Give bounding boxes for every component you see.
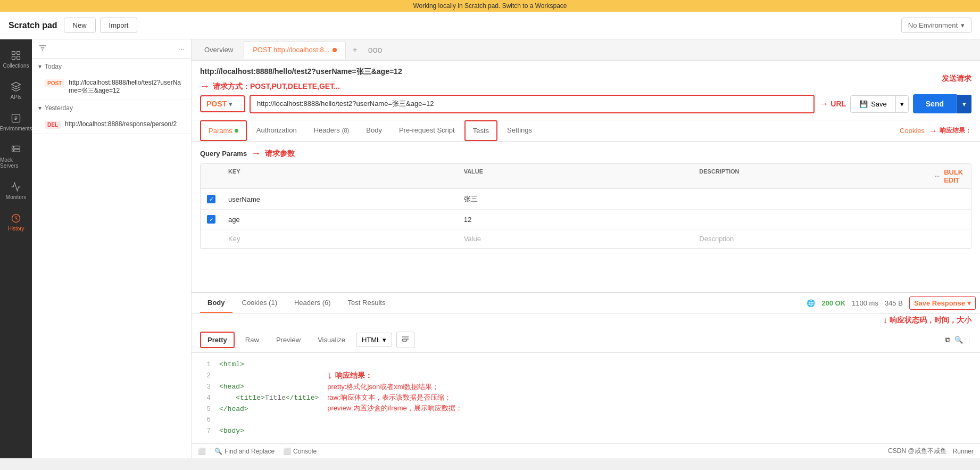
bootcamp-icon: ⬜ [198,448,206,455]
save-response-button[interactable]: Save Response ▾ [909,296,976,310]
tab-active-request[interactable]: POST http://localhost:8... [244,41,346,59]
save-chevron-button[interactable]: ▾ [895,96,908,112]
bulk-edit-button[interactable]: Bulk Edit [944,168,965,184]
chevron-down-icon: ▾ [961,21,965,29]
code-line-1: 1 <html> [200,359,319,370]
params-annotation: 请求参数 [265,149,295,159]
history-item[interactable]: POST http://localhost:8888/hello/test2?u… [32,75,191,100]
search-icon: 🔍 [214,448,222,455]
scroll-bar-vertical: │ [967,336,971,344]
req-tab-authorization[interactable]: Authorization [249,121,304,141]
import-button[interactable]: Import [100,18,138,33]
send-chevron-button[interactable]: ▾ [957,95,971,113]
req-tab-body[interactable]: Body [359,121,389,141]
runner-label[interactable]: Runner [953,448,974,455]
svg-rect-3 [17,56,20,60]
resp-tab-raw[interactable]: Raw [239,333,265,347]
history-item-url: http://localhost:8888/response/person/2 [65,120,177,128]
params-table: KEY VALUE DESCRIPTION ··· Bulk Edit [200,163,971,249]
history-item[interactable]: DEL http://localhost:8888/response/perso… [32,116,191,134]
response-tab-headers[interactable]: Headers (6) [287,293,338,313]
sidebar-item-mock-servers[interactable]: Mock Servers [0,139,32,174]
history-group-yesterday[interactable]: ▾ Yesterday [32,100,191,116]
req-tab-cookies[interactable]: Cookies [900,127,925,135]
resp-tab-preview[interactable]: Preview [270,333,307,347]
history-group-today[interactable]: ▾ Today [32,59,191,75]
history-label: History [7,226,24,232]
csdn-credit: CSDN @咸鱼不咸鱼 [888,447,946,456]
collections-icon [11,50,21,61]
bottom-bar-bootcamp[interactable]: ⬜ [198,448,206,455]
copy-icon[interactable]: ⧉ [945,336,950,344]
req-tab-prerequest[interactable]: Pre-request Script [392,121,462,141]
sidebar-item-collections[interactable]: Collections [0,45,32,74]
req-tab-settings[interactable]: Settings [500,121,539,141]
code-line-2: 2 [200,370,319,382]
status-annotation-area: ↓ 响应状态码，时间，大小 [192,314,980,327]
response-tab-test-results[interactable]: Test Results [340,293,393,313]
param-desc-username[interactable] [693,194,928,204]
monitors-icon [11,182,21,192]
response-tab-body[interactable]: Body [200,293,232,313]
search-icon[interactable]: 🔍 [954,336,963,344]
sidebar-item-history[interactable]: History [0,208,32,237]
req-tab-tests[interactable]: Tests [464,120,497,141]
resp-tab-pretty[interactable]: Pretty [200,332,235,348]
request-tabs: Params Authorization Headers (8) Body P [192,120,980,142]
history-more-icon[interactable]: ··· [179,45,185,53]
param-value-age[interactable]: 12 [458,210,693,229]
response-tab-cookies[interactable]: Cookies (1) [235,293,285,313]
response-area: Body Cookies (1) Headers (6) Test Result… [192,292,980,443]
params-row-username: ✓ userName 张三 [201,189,971,210]
req-tab-headers[interactable]: Headers (8) [306,121,357,141]
svg-rect-0 [12,52,15,55]
params-active-dot [235,129,238,133]
save-button[interactable]: 💾 Save [851,96,895,112]
word-wrap-icon[interactable] [396,332,414,348]
param-desc-empty[interactable]: Description [693,229,928,248]
param-value-username[interactable]: 张三 [458,189,693,209]
param-value-empty[interactable]: Value [458,229,693,248]
code-line-5: 5 </head> [200,404,319,415]
chevron-down-icon: ▾ [38,104,41,112]
param-key-empty[interactable]: Key [222,229,458,248]
annotation-raw: raw:响应体文本，表示该数据是否压缩； [327,393,971,402]
annotation-preview: preview:内置沙盒的iframe，展示响应数据； [327,403,971,413]
svg-point-7 [13,147,14,148]
status-annotation: 响应状态码，时间，大小 [890,316,971,325]
col-header-checkbox [201,164,222,188]
collections-label: Collections [3,63,29,69]
language-selector[interactable]: HTML ▾ [356,333,392,347]
send-button[interactable]: Send [913,94,957,113]
environment-selector[interactable]: No Environment ▾ [901,18,971,33]
param-desc-age[interactable] [693,214,928,225]
tab-more-button[interactable]: ooo [364,43,387,57]
status-code: 200 OK [821,299,845,307]
resp-tab-visualize[interactable]: Visualize [311,333,352,347]
sidebar-item-monitors[interactable]: Monitors [0,176,32,205]
new-button[interactable]: New [64,18,96,33]
method-value: POST [206,100,227,108]
sidebar-item-environments[interactable]: Environments [0,108,32,137]
params-more-icon[interactable]: ··· [935,173,940,179]
checkbox-username[interactable]: ✓ [207,195,215,203]
app-title: Scratch pad [9,21,57,30]
bottom-bar-find-replace[interactable]: 🔍 Find and Replace [214,448,275,455]
col-header-key: KEY [222,164,458,188]
param-key-username[interactable]: userName [222,190,458,209]
url-input[interactable] [255,96,809,112]
method-selector[interactable]: POST ▾ [200,95,245,112]
params-area: Query Params → 请求参数 KEY VALUE DESCRIPTIO… [192,142,980,292]
tab-overview[interactable]: Overview [196,42,242,58]
app-header: Scratch pad New Import No Environment ▾ [0,12,980,39]
param-key-age[interactable]: age [222,210,458,229]
tab-add-button[interactable]: + [348,43,361,57]
code-line-6: 6 [200,415,319,426]
filter-icon[interactable] [38,44,47,54]
url-label: → URL [819,98,846,110]
req-tab-params[interactable]: Params [200,120,247,141]
bottom-bar-console[interactable]: ⬜ Console [283,448,317,455]
checkbox-age[interactable]: ✓ [207,215,215,224]
annotation-pretty: pretty:格式化json或者xml数据结果； [327,382,971,392]
sidebar-item-apis[interactable]: APIs [0,76,32,105]
